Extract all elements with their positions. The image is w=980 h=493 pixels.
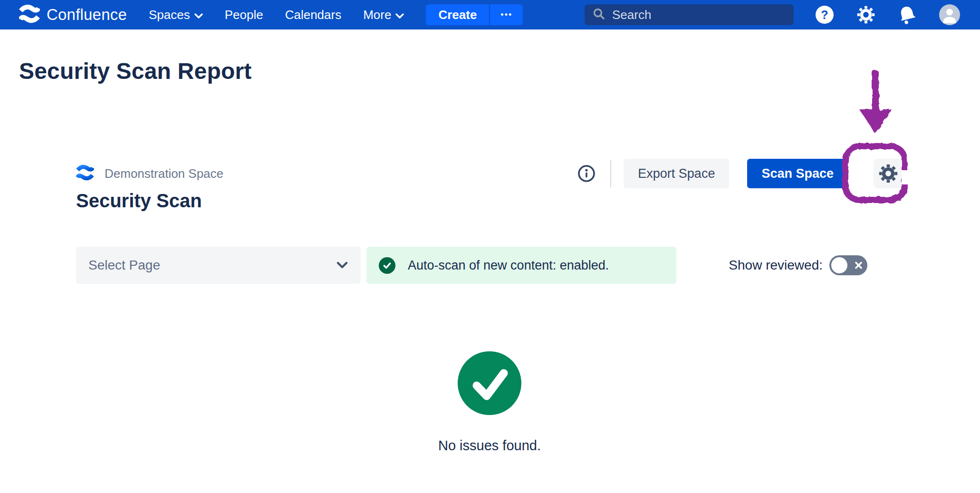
show-reviewed-label: Show reviewed:: [729, 258, 823, 273]
macro-actions: Export Space Scan Space: [577, 159, 903, 188]
create-button[interactable]: Create: [426, 4, 489, 25]
vertical-divider: [610, 160, 611, 187]
confluence-space-icon: [76, 164, 94, 183]
global-search[interactable]: [585, 4, 794, 25]
search-icon: [592, 7, 605, 22]
search-input[interactable]: [612, 8, 786, 22]
page-title: Security Scan Report: [19, 58, 251, 84]
breadcrumb: Demonstration Space: [76, 164, 223, 183]
gear-icon: [878, 164, 898, 184]
navbar-icon-group: ?: [816, 4, 960, 25]
empty-state: No issues found.: [76, 351, 903, 454]
nav-item-spaces[interactable]: Spaces: [149, 8, 203, 22]
macro-heading: Security Scan: [76, 190, 202, 212]
create-more-actions-button[interactable]: •••: [490, 4, 523, 25]
annotation-arrow-down: [856, 68, 894, 136]
nav-item-more[interactable]: More: [363, 8, 404, 22]
gear-icon[interactable]: [856, 5, 875, 24]
chevron-down-icon: [336, 261, 348, 270]
export-space-button[interactable]: Export Space: [624, 159, 729, 188]
success-check-icon: [379, 257, 395, 274]
brand-name: Confluence: [47, 6, 127, 24]
scan-space-button[interactable]: Scan Space: [747, 159, 848, 188]
autoscan-status-banner: Auto-scan of new content: enabled.: [366, 247, 676, 284]
top-navigation-bar: Confluence Spaces People Calendars More …: [0, 0, 980, 29]
show-reviewed-toggle[interactable]: [829, 255, 867, 275]
toggle-off-x-icon: [855, 261, 863, 270]
empty-state-message: No issues found.: [76, 438, 903, 454]
notifications-bell-icon[interactable]: [896, 3, 919, 26]
help-icon[interactable]: ?: [816, 6, 834, 24]
chevron-down-icon: [395, 8, 404, 22]
info-icon[interactable]: [577, 164, 596, 183]
avatar[interactable]: [939, 4, 960, 25]
no-issues-check-icon: [458, 351, 521, 415]
confluence-mark-icon: [19, 4, 40, 25]
select-page-dropdown[interactable]: Select Page: [76, 247, 361, 284]
security-scan-report-page: Confluence Spaces People Calendars More …: [0, 0, 980, 493]
nav-item-people[interactable]: People: [225, 8, 263, 22]
toggle-knob: [831, 257, 847, 273]
controls-row: Select Page Auto-scan of new content: en…: [76, 247, 903, 284]
select-page-value: Select Page: [88, 258, 336, 273]
scan-settings-button[interactable]: [874, 159, 903, 188]
macro-header-row: Demonstration Space Export Space Scan Sp…: [76, 157, 903, 190]
show-reviewed-control: Show reviewed:: [729, 255, 903, 275]
chevron-down-icon: [194, 8, 203, 22]
space-name-link[interactable]: Demonstration Space: [105, 166, 223, 181]
autoscan-status-text: Auto-scan of new content: enabled.: [408, 258, 609, 273]
nav-item-calendars[interactable]: Calendars: [285, 8, 342, 22]
confluence-logo[interactable]: Confluence: [19, 4, 127, 25]
